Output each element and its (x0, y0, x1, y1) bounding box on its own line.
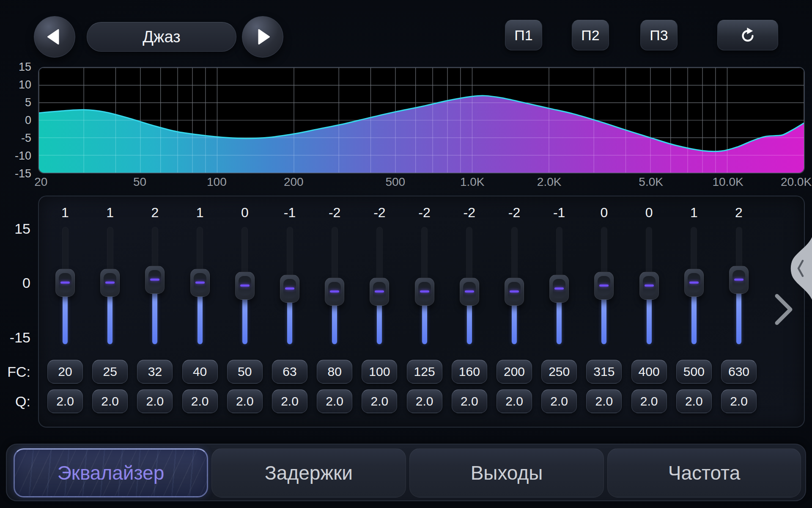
bottom-tab-bar: Эквалайзер Задержки Выходы Частота (6, 444, 806, 501)
tab-frequency[interactable]: Частота (607, 448, 801, 497)
band-slider-handle[interactable] (280, 275, 299, 303)
band-q-value[interactable]: 2.0 (497, 389, 532, 413)
band-slider-handle[interactable] (729, 266, 749, 294)
band-fc-value[interactable]: 500 (676, 360, 712, 384)
band-slider-fill (287, 299, 292, 344)
chart-x-tick-label: 100 (207, 175, 227, 189)
band-slider-handle[interactable] (549, 275, 569, 303)
band-fc-value[interactable]: 50 (227, 360, 263, 384)
band-q-value[interactable]: 2.0 (541, 389, 577, 413)
band-slider-fill (63, 293, 68, 344)
band-fc-value[interactable]: 25 (92, 360, 128, 384)
band-q-value[interactable]: 2.0 (452, 389, 487, 413)
band-gain-value: 1 (48, 205, 82, 221)
slider-handle-grip-icon (645, 284, 654, 287)
band-fc-value[interactable]: 20 (47, 360, 83, 384)
band-q-value[interactable]: 2.0 (182, 389, 218, 413)
band-q-value[interactable]: 2.0 (92, 389, 128, 413)
tab-equalizer[interactable]: Эквалайзер (14, 448, 208, 497)
band-slider-fill (198, 293, 203, 344)
preset-next-button[interactable] (242, 16, 283, 58)
reset-eq-button[interactable] (717, 20, 778, 50)
band-slider-fill (647, 296, 652, 344)
band-slider-handle[interactable] (100, 269, 120, 297)
band-slider-handle[interactable] (639, 272, 659, 300)
band-gain-value: 2 (722, 205, 756, 221)
tab-outputs[interactable]: Выходы (409, 448, 604, 497)
next-bands-button[interactable] (774, 293, 794, 326)
band-q-value[interactable]: 2.0 (676, 389, 712, 413)
slider-handle-grip-icon (330, 290, 339, 293)
band-q-value[interactable]: 2.0 (362, 389, 397, 413)
tab-delays[interactable]: Задержки (211, 448, 406, 497)
side-flyout-handle[interactable] (788, 237, 812, 301)
preset-prev-button[interactable] (34, 16, 75, 58)
band-q-value[interactable]: 2.0 (631, 389, 667, 413)
band-slider-fill (152, 290, 157, 344)
band-q-value[interactable]: 2.0 (586, 389, 622, 413)
band-slider-fill (512, 302, 517, 344)
memory-preset-1-button[interactable]: П1 (505, 20, 542, 50)
band-gain-value: -2 (408, 205, 442, 221)
chart-x-tick-label: 1.0K (460, 175, 485, 189)
slider-handle-grip-icon (375, 290, 384, 293)
band-slider-handle[interactable] (235, 272, 255, 300)
band-q-value[interactable]: 2.0 (47, 389, 83, 413)
band-slider-handle[interactable] (145, 266, 165, 294)
band-fc-value[interactable]: 630 (721, 360, 757, 384)
band-q-value[interactable]: 2.0 (407, 389, 442, 413)
slider-handle-grip-icon (554, 287, 564, 290)
chart-y-tick-label: 15 (1, 61, 31, 73)
chart-x-tick-label: 20 (34, 175, 47, 189)
band-fc-value[interactable]: 400 (631, 360, 667, 384)
refresh-icon (738, 25, 757, 45)
band-slider-handle[interactable] (325, 278, 344, 306)
band-fc-value[interactable]: 200 (497, 360, 532, 384)
band-q-value[interactable]: 2.0 (721, 389, 757, 413)
band-slider-handle[interactable] (370, 278, 389, 306)
band-fc-value[interactable]: 40 (182, 360, 218, 384)
right-triangle-icon (253, 28, 272, 46)
preset-selector[interactable]: Джаз (87, 22, 236, 52)
band-slider-handle[interactable] (505, 278, 524, 306)
band-slider-handle[interactable] (190, 269, 210, 297)
band-gain-value: -1 (542, 205, 576, 221)
band-fc-value[interactable]: 63 (272, 360, 307, 384)
band-gain-value: 1 (93, 205, 127, 221)
band-slider-fill (332, 302, 337, 344)
band-slider-handle[interactable] (55, 269, 75, 297)
band-fc-value[interactable]: 160 (452, 360, 487, 384)
band-slider-handle[interactable] (684, 269, 704, 297)
band-gain-value: -2 (453, 205, 486, 221)
band-slider-fill (736, 290, 741, 344)
chart-y-tick-label: -15 (1, 167, 31, 180)
band-fc-value[interactable]: 100 (362, 360, 397, 384)
band-slider-fill (467, 302, 472, 344)
band-fc-value[interactable]: 125 (407, 360, 442, 384)
memory-preset-3-button[interactable]: П3 (640, 20, 678, 50)
chart-y-tick-label: 10 (1, 78, 31, 91)
band-q-value[interactable]: 2.0 (317, 389, 352, 413)
band-fc-value[interactable]: 80 (317, 360, 352, 384)
band-q-value[interactable]: 2.0 (272, 389, 307, 413)
slider-handle-grip-icon (60, 282, 70, 284)
band-slider-handle[interactable] (415, 278, 434, 306)
chart-y-tick-label: -5 (1, 132, 31, 144)
eq-curve (39, 68, 804, 173)
band-gain-value: 1 (677, 205, 711, 221)
band-q-value[interactable]: 2.0 (227, 389, 263, 413)
band-q-value[interactable]: 2.0 (137, 389, 173, 413)
band-slider-handle[interactable] (594, 272, 614, 300)
chart-x-tick-label: 10.0K (712, 175, 743, 189)
band-fc-value[interactable]: 315 (586, 360, 622, 384)
band-slider-fill (242, 296, 247, 344)
memory-preset-2-button[interactable]: П2 (572, 20, 609, 50)
band-fc-value[interactable]: 250 (541, 360, 577, 384)
band-slider-fill (691, 293, 697, 344)
band-fc-value[interactable]: 32 (137, 360, 173, 384)
band-slider-handle[interactable] (460, 278, 479, 306)
chart-x-tick-label: 200 (284, 175, 304, 189)
preset-name: Джаз (143, 28, 180, 46)
chart-y-tick-label: 0 (1, 114, 31, 127)
band-slider-fill (422, 302, 427, 344)
